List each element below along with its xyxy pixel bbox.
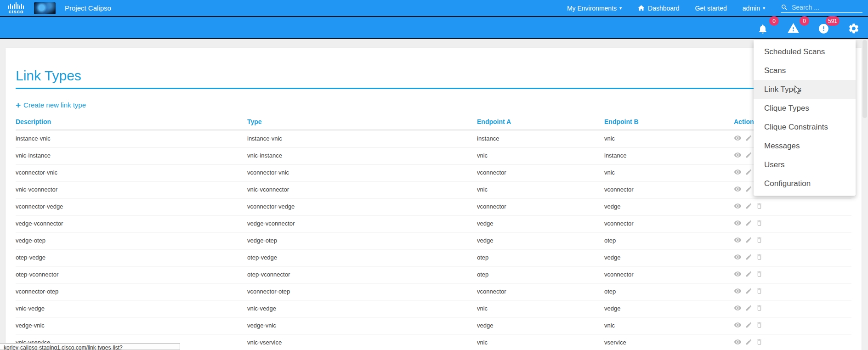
cell-endpoint-b: vnic <box>604 317 734 334</box>
admin-menu[interactable]: admin ▾ <box>743 5 765 12</box>
menu-item-clique-types[interactable]: Clique Types <box>754 99 856 118</box>
cell-endpoint-a: vnic <box>477 334 604 350</box>
cell-endpoint-b: vedge <box>604 198 734 215</box>
errors-button[interactable]: 591 <box>817 21 830 34</box>
menu-item-clique-constraints[interactable]: Clique Constraints <box>754 118 856 136</box>
cell-endpoint-a: vedge <box>477 215 604 232</box>
delete-button[interactable] <box>756 305 763 313</box>
view-button[interactable] <box>734 253 742 262</box>
view-button[interactable] <box>734 270 742 279</box>
menu-item-scans[interactable]: Scans <box>754 61 856 80</box>
view-button[interactable] <box>734 338 742 347</box>
table-row[interactable]: vconnector-vedge vconnector-vedge vconne… <box>16 198 851 215</box>
table-row[interactable]: vedge-vconnector vedge-vconnector vedge … <box>16 215 851 232</box>
edit-button[interactable] <box>745 169 752 177</box>
cell-endpoint-a: instance <box>477 130 604 147</box>
view-button[interactable] <box>734 134 742 143</box>
eye-icon <box>734 321 742 329</box>
table-row[interactable]: vedge-otep vedge-otep vedge otep <box>16 232 851 249</box>
my-environments-dropdown[interactable]: My Environments ▾ <box>567 5 622 12</box>
chevron-down-icon: ▾ <box>763 6 765 11</box>
dashboard-link[interactable]: Dashboard <box>637 4 680 12</box>
edit-button[interactable] <box>745 237 752 245</box>
view-button[interactable] <box>734 168 742 177</box>
edit-pencil-icon <box>745 169 752 175</box>
delete-button[interactable] <box>756 339 763 347</box>
cell-description: otep-vedge <box>16 249 247 266</box>
search-box <box>781 4 862 13</box>
eye-icon <box>734 202 742 210</box>
cell-endpoint-a: vnic <box>477 147 604 164</box>
cell-type: vnic-vconnector <box>247 181 477 198</box>
edit-pencil-icon <box>745 152 752 158</box>
edit-button[interactable] <box>745 220 752 228</box>
menu-item-messages[interactable]: Messages <box>754 136 856 155</box>
edit-button[interactable] <box>745 305 752 313</box>
warnings-button[interactable]: 0 <box>786 21 800 34</box>
bell-icon <box>757 23 768 34</box>
edit-button[interactable] <box>745 152 752 160</box>
navbar-links: My Environments ▾ Dashboard Get started … <box>567 4 862 13</box>
view-button[interactable] <box>734 304 742 313</box>
edit-button[interactable] <box>745 254 752 262</box>
delete-button[interactable] <box>756 203 763 211</box>
column-header-type[interactable]: Type <box>247 116 477 130</box>
view-button[interactable] <box>734 287 742 296</box>
edit-button[interactable] <box>745 186 752 194</box>
table-row[interactable]: vconnector-otep vconnector-otep vconnect… <box>16 283 851 300</box>
edit-button[interactable] <box>745 288 752 296</box>
page-scrollbar[interactable] <box>862 40 868 350</box>
table-row[interactable]: otep-vconnector otep-vconnector otep vco… <box>16 266 851 283</box>
edit-button[interactable] <box>745 322 752 330</box>
view-button[interactable] <box>734 219 742 228</box>
delete-button[interactable] <box>756 288 763 296</box>
search-input[interactable] <box>792 4 856 11</box>
cell-endpoint-b: vservice <box>604 334 734 350</box>
alert-icon-bar: 0 0 591 <box>0 17 868 39</box>
menu-item-configuration[interactable]: Configuration <box>754 174 856 193</box>
view-button[interactable] <box>734 185 742 194</box>
delete-button[interactable] <box>756 220 763 228</box>
delete-button[interactable] <box>756 271 763 279</box>
table-row[interactable]: vconnector-vnic vconnector-vnic vconnect… <box>16 164 851 181</box>
menu-item-scheduled-scans[interactable]: Scheduled Scans <box>754 42 856 61</box>
settings-button[interactable] <box>847 21 861 34</box>
cell-endpoint-b: vedge <box>604 300 734 317</box>
view-button[interactable] <box>734 202 742 211</box>
delete-button[interactable] <box>756 322 763 330</box>
edit-button[interactable] <box>745 135 752 143</box>
create-new-link-type-button[interactable]: + Create new link type <box>16 101 86 109</box>
cell-endpoint-b: vnic <box>604 164 734 181</box>
eye-icon <box>734 270 742 278</box>
edit-button[interactable] <box>745 271 752 279</box>
edit-pencil-icon <box>745 271 752 277</box>
delete-trash-icon <box>756 203 763 209</box>
edit-button[interactable] <box>745 203 752 211</box>
table-row[interactable]: otep-vedge otep-vedge otep vedge <box>16 249 851 266</box>
delete-button[interactable] <box>756 237 763 245</box>
view-button[interactable] <box>734 236 742 245</box>
table-row[interactable]: vedge-vnic vedge-vnic vedge vnic <box>16 317 851 334</box>
notifications-button[interactable]: 0 <box>756 21 770 34</box>
eye-icon <box>734 287 742 295</box>
table-row[interactable]: instance-vnic instance-vnic instance vni… <box>16 130 851 147</box>
dashboard-label: Dashboard <box>648 5 680 12</box>
view-button[interactable] <box>734 321 742 330</box>
edit-button[interactable] <box>745 339 752 347</box>
table-row[interactable]: vnic-vedge vnic-vedge vnic vedge <box>16 300 851 317</box>
column-header-endpoint-b[interactable]: Endpoint B <box>604 116 734 130</box>
table-row[interactable]: vnic-instance vnic-instance vnic instanc… <box>16 147 851 164</box>
menu-item-link-types[interactable]: Link Types <box>754 80 856 99</box>
scrollbar-thumb[interactable] <box>862 40 867 118</box>
delete-button[interactable] <box>756 254 763 262</box>
view-button[interactable] <box>734 151 742 160</box>
edit-pencil-icon <box>745 220 752 226</box>
eye-icon <box>734 219 742 227</box>
edit-pencil-icon <box>745 254 752 260</box>
table-row[interactable]: vnic-vconnector vnic-vconnector vnic vco… <box>16 181 851 198</box>
column-header-endpoint-a[interactable]: Endpoint A <box>477 116 604 130</box>
get-started-link[interactable]: Get started <box>695 5 727 12</box>
search-icon[interactable] <box>781 4 788 11</box>
menu-item-users[interactable]: Users <box>754 155 856 174</box>
column-header-description[interactable]: Description <box>16 116 247 130</box>
